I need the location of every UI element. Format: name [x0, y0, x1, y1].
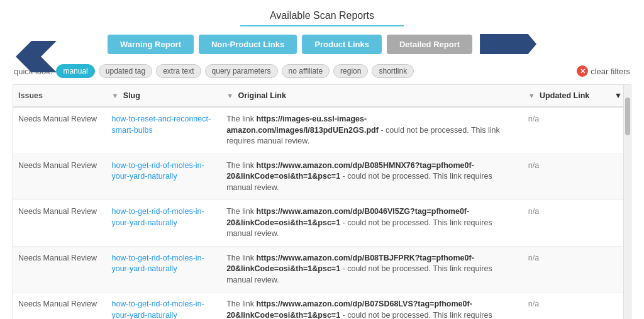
- clear-filters-label: clear filters: [591, 67, 630, 76]
- original-link-bold: https://www.amazon.com/dp/B08TBJFPRK?tag…: [226, 254, 474, 274]
- cell-issues: Needs Manual Review: [13, 200, 106, 247]
- cell-original: The link https://www.amazon.com/dp/B0046…: [221, 200, 523, 247]
- original-link-bold: https://www.amazon.com/dp/B085HMNX76?tag…: [226, 161, 474, 181]
- cell-original: The link https://images-eu.ssl-images-am…: [221, 107, 523, 154]
- clear-filters-button[interactable]: ✕ clear filters: [577, 65, 630, 77]
- page-title: Available Scan Reports: [13, 10, 631, 21]
- col-header-original[interactable]: ▼ Original Link: [221, 85, 523, 107]
- cell-slug: how-to-get-rid-of-moles-in-your-yard-nat…: [106, 200, 221, 247]
- warning-report-button[interactable]: Warning Report: [108, 35, 194, 54]
- slug-link[interactable]: how-to-reset-and-reconnect-smart-bulbs: [111, 115, 211, 135]
- slug-link[interactable]: how-to-get-rid-of-moles-in-your-yard-nat…: [111, 161, 204, 181]
- filter-tag-extra-text[interactable]: extra text: [156, 64, 201, 78]
- table-row: Needs Manual Reviewhow-to-get-rid-of-mol…: [13, 154, 631, 200]
- slug-filter-icon: ▼: [111, 92, 118, 99]
- cell-updated: n/a: [523, 293, 609, 320]
- cell-updated: n/a: [523, 200, 609, 247]
- cell-updated: n/a: [523, 246, 609, 293]
- title-underline: [240, 25, 404, 26]
- results-table-wrapper: Issues ▼ Slug ▼ Original Link ▼ Updated …: [13, 84, 631, 319]
- filter-tag-manual[interactable]: manual: [56, 64, 94, 78]
- clear-filters-icon: ✕: [577, 65, 588, 77]
- cell-updated: n/a: [523, 107, 609, 154]
- cell-original: The link https://www.amazon.com/dp/B085H…: [221, 154, 523, 200]
- results-table: Issues ▼ Slug ▼ Original Link ▼ Updated …: [13, 85, 631, 319]
- filter-tag-no-affiliate[interactable]: no affiliate: [282, 64, 330, 78]
- non-product-links-button[interactable]: Non-Product Links: [199, 35, 297, 54]
- cell-issues: Needs Manual Review: [13, 246, 106, 293]
- table-row: Needs Manual Reviewhow-to-get-rid-of-mol…: [13, 200, 631, 247]
- col-header-slug[interactable]: ▼ Slug: [106, 85, 221, 107]
- table-row: Needs Manual Reviewhow-to-reset-and-reco…: [13, 107, 631, 154]
- detailed-report-arrow-icon: [480, 34, 536, 54]
- cell-original: The link https://www.amazon.com/dp/B07SD…: [221, 293, 523, 320]
- product-links-button[interactable]: Product Links: [302, 35, 382, 54]
- updated-filter-icon: ▼: [528, 92, 535, 99]
- quick-look-section: quick look: manual updated tag extra tex…: [13, 64, 631, 78]
- detailed-report-button[interactable]: Detailed Report: [387, 35, 472, 54]
- cell-slug: how-to-get-rid-of-moles-in-your-yard-nat…: [106, 293, 221, 320]
- cell-issues: Needs Manual Review: [13, 107, 106, 154]
- cell-slug: how-to-reset-and-reconnect-smart-bulbs: [106, 107, 221, 154]
- cell-original: The link https://www.amazon.com/dp/B08TB…: [221, 246, 523, 293]
- filter-tag-shortlink[interactable]: shortlink: [372, 64, 414, 78]
- col-header-updated[interactable]: ▼ Updated Link: [523, 85, 609, 107]
- cell-issues: Needs Manual Review: [13, 293, 106, 320]
- cell-issues: Needs Manual Review: [13, 154, 106, 200]
- original-filter-icon: ▼: [226, 92, 233, 99]
- filter-tag-region[interactable]: region: [333, 64, 368, 78]
- original-link-bold: https://images-eu.ssl-images-amazon.com/…: [226, 115, 379, 135]
- report-buttons-bar: Warning Report Non-Product Links Product…: [13, 34, 631, 54]
- title-section: Available Scan Reports: [13, 10, 631, 26]
- cell-slug: how-to-get-rid-of-moles-in-your-yard-nat…: [106, 246, 221, 293]
- scrollbar-thumb: [625, 98, 630, 135]
- filter-tag-updated-tag[interactable]: updated tag: [99, 64, 152, 78]
- table-header-row: Issues ▼ Slug ▼ Original Link ▼ Updated …: [13, 85, 631, 107]
- original-link-bold: https://www.amazon.com/dp/B07SD68LVS?tag…: [226, 299, 472, 319]
- cell-slug: how-to-get-rid-of-moles-in-your-yard-nat…: [106, 154, 221, 200]
- table-row: Needs Manual Reviewhow-to-get-rid-of-mol…: [13, 246, 631, 293]
- col-header-issues[interactable]: Issues: [13, 85, 106, 107]
- slug-link[interactable]: how-to-get-rid-of-moles-in-your-yard-nat…: [111, 299, 204, 319]
- scrollbar[interactable]: [623, 85, 631, 319]
- filter-tag-query-parameters[interactable]: query parameters: [205, 64, 278, 78]
- original-link-bold: https://www.amazon.com/dp/B0046VI5ZG?tag…: [226, 207, 469, 227]
- slug-link[interactable]: how-to-get-rid-of-moles-in-your-yard-nat…: [111, 254, 204, 274]
- extra-filter-icon: ▼: [614, 91, 622, 100]
- main-container: Available Scan Reports Warning Report No…: [0, 0, 644, 319]
- table-row: Needs Manual Reviewhow-to-get-rid-of-mol…: [13, 293, 631, 320]
- cell-updated: n/a: [523, 154, 609, 200]
- slug-link[interactable]: how-to-get-rid-of-moles-in-your-yard-nat…: [111, 207, 204, 227]
